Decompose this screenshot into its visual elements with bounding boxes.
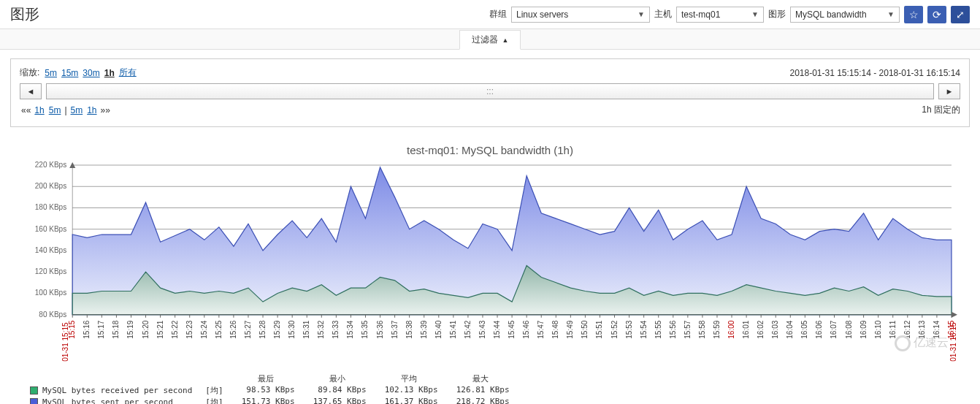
- svg-text:16:03: 16:03: [771, 320, 779, 338]
- legend-value: 161.37 KBps: [380, 397, 438, 404]
- svg-text:15:36: 15:36: [376, 320, 384, 338]
- time-range: 2018-01-31 15:15:14 - 2018-01-31 16:15:1…: [789, 68, 960, 78]
- svg-text:15:27: 15:27: [244, 320, 252, 338]
- svg-text:15:53: 15:53: [625, 320, 633, 338]
- svg-text:15:48: 15:48: [551, 320, 559, 338]
- star-icon: ☆: [909, 9, 919, 20]
- chevrons-right-icon: »»: [101, 105, 110, 115]
- legend-col-header: 最小: [308, 373, 367, 385]
- svg-text:15:18: 15:18: [112, 320, 120, 338]
- nav-scrubber[interactable]: :::: [46, 83, 934, 99]
- back-5m[interactable]: 5m: [49, 105, 61, 115]
- graph-select[interactable]: MySQL bandwidth ▼: [790, 7, 900, 23]
- chevron-right-icon: ►: [946, 87, 954, 96]
- svg-text:15:43: 15:43: [478, 320, 486, 338]
- svg-text:16:10: 16:10: [874, 320, 882, 338]
- legend-col: 最大126.81 KBps218.72 KBps: [451, 373, 510, 404]
- watermark: 亿速云: [895, 335, 949, 351]
- legend-names: MySQL bytes received per second MySQL by…: [30, 373, 192, 404]
- chart-card: test-mq01: MySQL bandwidth (1h) 80 KBps1…: [10, 137, 970, 404]
- nav-right-button[interactable]: ►: [938, 83, 960, 99]
- zoom-5m[interactable]: 5m: [45, 68, 57, 78]
- fwd-5m[interactable]: 5m: [71, 105, 83, 115]
- svg-text:15:42: 15:42: [464, 320, 472, 338]
- chart-svg: 80 KBps100 KBps120 KBps140 KBps160 KBps1…: [21, 161, 959, 366]
- top-bar: 图形 群组 Linux servers ▼ 主机 test-mq01 ▼ 图形 …: [0, 0, 980, 29]
- legend-col-header: 平均: [380, 373, 438, 385]
- svg-text:16:04: 16:04: [786, 320, 794, 338]
- svg-text:160 KBps: 160 KBps: [35, 225, 66, 233]
- host-select-value: test-mq01: [681, 9, 720, 20]
- back-1h[interactable]: 1h: [34, 105, 44, 115]
- nav-left-button[interactable]: ◄: [20, 83, 42, 99]
- svg-text:15:46: 15:46: [522, 320, 530, 338]
- svg-text:16:09: 16:09: [860, 320, 868, 338]
- legend-col: 最后98.53 KBps151.73 KBps: [237, 373, 295, 404]
- svg-text:15:41: 15:41: [449, 320, 457, 338]
- chart-title: test-mq01: MySQL bandwidth (1h): [11, 138, 969, 158]
- chevron-down-icon: ▼: [751, 10, 759, 18]
- legend-value: 218.72 KBps: [451, 397, 510, 404]
- legend-row-recv: MySQL bytes received per second: [30, 385, 192, 397]
- svg-text:16:06: 16:06: [815, 320, 823, 338]
- svg-text:15:54: 15:54: [640, 320, 648, 338]
- svg-text:200 KBps: 200 KBps: [35, 182, 66, 190]
- legend-col-header: 最后: [237, 373, 295, 385]
- svg-text:15:44: 15:44: [493, 320, 501, 338]
- svg-text:15:35: 15:35: [361, 320, 369, 338]
- svg-text:01-31 15:15: 01-31 15:15: [61, 322, 69, 362]
- fwd-1h[interactable]: 1h: [87, 105, 96, 115]
- svg-text:15:26: 15:26: [229, 320, 237, 338]
- zoom-all[interactable]: 所有: [119, 66, 137, 79]
- legend-col: 平均102.13 KBps161.37 KBps: [380, 373, 438, 404]
- refresh-icon: ⟳: [933, 9, 941, 20]
- svg-text:15:40: 15:40: [435, 320, 443, 338]
- filter-tab-row: 过滤器 ▲: [0, 29, 980, 50]
- time-panel: 缩放: 5m 15m 30m 1h 所有 2018-01-31 15:15:14…: [10, 58, 970, 127]
- filter-tab[interactable]: 过滤器 ▲: [459, 30, 521, 50]
- svg-text:15:28: 15:28: [259, 320, 267, 338]
- zoom-30m[interactable]: 30m: [83, 68, 99, 78]
- host-label: 主机: [654, 8, 672, 20]
- svg-text:120 KBps: 120 KBps: [35, 267, 66, 275]
- zoom-15m[interactable]: 15m: [61, 68, 78, 78]
- chevron-down-icon: ▼: [887, 10, 895, 18]
- svg-text:16:00: 16:00: [727, 320, 735, 338]
- svg-text:15:58: 15:58: [698, 320, 706, 338]
- svg-text:15:19: 15:19: [126, 320, 134, 338]
- group-label: 群组: [489, 8, 507, 20]
- svg-text:15:22: 15:22: [171, 320, 179, 338]
- svg-text:15:31: 15:31: [302, 320, 310, 338]
- legend-value: 89.84 KBps: [308, 385, 367, 397]
- svg-text:15:38: 15:38: [405, 320, 413, 338]
- zoom-row: 缩放: 5m 15m 30m 1h 所有 2018-01-31 15:15:14…: [20, 66, 960, 79]
- filter-tab-label: 过滤器: [472, 34, 498, 46]
- legend-col-header: 最大: [451, 373, 510, 385]
- legend-value: 102.13 KBps: [380, 385, 438, 397]
- svg-text:15:23: 15:23: [185, 320, 194, 338]
- svg-text:180 KBps: 180 KBps: [35, 203, 66, 211]
- favorite-button[interactable]: ☆: [904, 6, 923, 23]
- svg-text:15:33: 15:33: [332, 320, 340, 338]
- graph-select-value: MySQL bandwidth: [795, 9, 867, 20]
- chevron-left-icon: ◄: [27, 87, 35, 96]
- zoom-1h[interactable]: 1h: [104, 68, 115, 78]
- host-select[interactable]: test-mq01 ▼: [676, 7, 764, 23]
- legend-prefix-sent: [均]: [205, 397, 223, 404]
- svg-text:15:20: 15:20: [142, 320, 150, 338]
- refresh-button[interactable]: ⟳: [927, 6, 946, 23]
- svg-text:140 KBps: 140 KBps: [35, 246, 66, 254]
- legend-value: 126.81 KBps: [451, 385, 510, 397]
- group-select[interactable]: Linux servers ▼: [511, 7, 650, 23]
- svg-text:15:49: 15:49: [566, 320, 574, 338]
- watermark-icon: [895, 335, 911, 351]
- svg-text:15:50: 15:50: [581, 320, 589, 338]
- top-filters: 群组 Linux servers ▼ 主机 test-mq01 ▼ 图形 MyS…: [489, 6, 970, 23]
- svg-text:16:07: 16:07: [830, 320, 838, 338]
- svg-text:15:57: 15:57: [684, 320, 692, 338]
- chevrons-left-icon: ««: [21, 105, 31, 115]
- legend-value: 151.73 KBps: [237, 397, 295, 404]
- legend-value: 137.65 KBps: [308, 397, 367, 404]
- svg-text:15:25: 15:25: [215, 320, 223, 338]
- fullscreen-button[interactable]: ⤢: [951, 6, 970, 23]
